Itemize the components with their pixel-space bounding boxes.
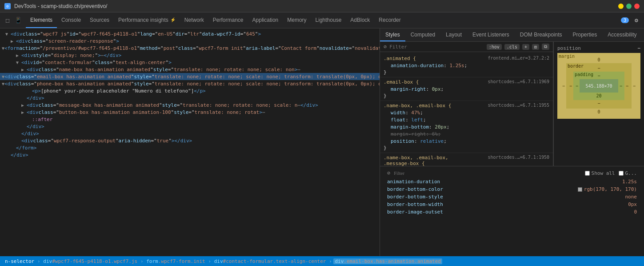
prop-name[interactable]: width (391, 109, 405, 117)
prop-name[interactable]: position (391, 138, 414, 145)
hover-btn[interactable]: :hov (487, 44, 502, 50)
breadcrumb-div-contact[interactable]: div#contact-formular.text-align-center (213, 258, 328, 264)
device-icon[interactable]: 📱 (13, 16, 23, 25)
computed-filter-input[interactable] (394, 170, 581, 176)
expand-arrow[interactable]: ▼ (16, 60, 21, 65)
computed-filter-icon: ⊘ (387, 170, 390, 176)
dom-line[interactable]: ▶ <div class="message-box has-animation … (0, 101, 380, 109)
dom-line[interactable]: ▶ <div class="name-box has-animation ani… (0, 66, 380, 73)
tab-styles[interactable]: Styles (380, 28, 405, 41)
padding-left[interactable]: − (575, 84, 579, 89)
maximize-button[interactable] (626, 4, 632, 9)
border-right[interactable]: − (625, 84, 629, 89)
dom-line[interactable]: </div> (0, 123, 380, 130)
settings-icon[interactable]: ⚙ (632, 16, 641, 25)
breadcrumb-form[interactable]: form.wpcf7-form.init (145, 258, 206, 264)
computed-prop-name: border-image-outset (387, 209, 634, 215)
tab-lighthouse[interactable]: Lighthouse (311, 12, 346, 28)
rule-selector[interactable]: .name-box, .email-box { (384, 103, 451, 109)
prop-name[interactable]: animation-duration (391, 62, 444, 69)
add-style-btn[interactable]: + (522, 44, 529, 50)
dom-line[interactable]: ▼ <div class="phone-box has-animation an… (0, 80, 380, 87)
computed-prop-row[interactable]: border-bottom-width 0px (384, 201, 640, 208)
inspect-icon[interactable]: ⬚ (3, 16, 12, 25)
tab-layout[interactable]: Layout (440, 28, 467, 41)
margin-box[interactable]: margin 0 − border − (557, 53, 640, 119)
minimize-button[interactable] (618, 4, 624, 9)
dom-tree[interactable]: ▼ <div class="wpcf7 js" id="wpcf7-f645-p… (0, 28, 380, 256)
expand-arrow[interactable]: ▶ (16, 53, 21, 58)
padding-box[interactable]: padding − − 545.188×70 (573, 72, 624, 100)
margin-bottom-outer[interactable]: 0 (562, 109, 636, 114)
expand-arrow[interactable]: ▶ (21, 110, 27, 115)
tab-accessibility[interactable]: Accessibility (602, 28, 642, 41)
rule-selector[interactable]: .name-box, .email-box,.message-box { (384, 155, 448, 166)
rule-source[interactable]: shortcodes.…=6.7.1:1955 (488, 103, 549, 109)
dom-line[interactable]: <div class="wpcf7-response-output" aria-… (0, 137, 380, 144)
dom-line[interactable]: </div> (0, 94, 380, 101)
breadcrumb-div-wpcf7[interactable]: div#wpcf7-f645-p4118-o1.wpcf7.js (42, 258, 139, 264)
styles-filter-input[interactable] (389, 44, 484, 50)
rule-source[interactable]: frontend.mi…er=3.27.2:2 (488, 56, 549, 62)
tab-adblock[interactable]: AdBlock (346, 12, 374, 28)
tab-recorder[interactable]: Recorder (374, 12, 405, 28)
tab-performance-insights[interactable]: Performance insights ⚡ (114, 12, 180, 28)
dom-line[interactable]: ▶ <div style="display: none;"> ⋯ </div> (0, 52, 380, 59)
breadcrumb-div-email[interactable]: div.email-box.has-animation.animated (333, 258, 442, 264)
rule-selector[interactable]: .animated { (384, 56, 416, 61)
rule-source[interactable]: shortcodes.…=6.7.1:1950 (488, 155, 549, 166)
dom-line-selected[interactable]: ▼ <div class="email-box has-animation an… (0, 73, 380, 80)
dom-line[interactable]: </div> (0, 151, 380, 158)
computed-prop-row[interactable]: border-bottom-style none (384, 193, 640, 201)
padding-bottom[interactable]: 20 (575, 93, 623, 98)
tab-performance[interactable]: Performance (208, 12, 248, 28)
prop-name[interactable]: margin-right (391, 131, 426, 138)
dom-line[interactable]: <p>[phone* your-phone placeholder "Numer… (0, 87, 380, 94)
toggle-btn[interactable]: ⊞ (532, 44, 539, 50)
margin-right[interactable]: − (632, 84, 636, 89)
tab-elements[interactable]: Elements (26, 12, 57, 28)
dom-line[interactable]: </div> (0, 130, 380, 137)
prop-name[interactable]: margin-right (391, 86, 426, 93)
window-controls[interactable] (618, 4, 640, 9)
dom-line[interactable]: ▶ <div class="screen-reader-response"> (0, 37, 380, 44)
tab-memory[interactable]: Memory (283, 12, 311, 28)
tab-network[interactable]: Network (180, 12, 208, 28)
dom-line[interactable]: ▼ <div id="contact-formular" class="text… (0, 59, 380, 66)
new-style-btn[interactable]: ⧉ (542, 44, 549, 50)
tab-sources[interactable]: Sources (85, 12, 114, 28)
show-all-checkbox[interactable] (585, 171, 590, 176)
border-left[interactable]: − (569, 84, 572, 89)
margin-left[interactable]: − (562, 84, 565, 89)
dom-line[interactable]: ▼ <form action="/preventivo/#wpcf7-f645-… (0, 44, 380, 52)
dom-line[interactable]: ▼ <div class="wpcf7 js" id="wpcf7-f645-p… (0, 30, 380, 37)
computed-prop-row[interactable]: animation-duration 1.25s (384, 178, 640, 185)
computed-prop-row[interactable]: border-bottom-color rgb(170, 170, 170) (384, 185, 640, 193)
expand-arrow[interactable]: ▶ (11, 39, 16, 44)
content-box[interactable]: 545.188×70 (580, 79, 618, 93)
tab-dom-breakpoints[interactable]: DOM Breakpoints (515, 28, 568, 41)
breadcrumb-n-selector[interactable]: n-selector (4, 258, 36, 264)
padding-right[interactable]: − (619, 84, 623, 89)
expand-arrow[interactable]: ▶ (21, 103, 27, 108)
dom-line[interactable]: ::after (0, 116, 380, 123)
computed-prop-row[interactable]: border-image-outset 0 (384, 208, 640, 216)
dom-line[interactable]: ▶ <div class="button-box has-animation a… (0, 109, 380, 116)
tab-computed[interactable]: Computed (405, 28, 440, 41)
border-bottom[interactable]: − (569, 101, 629, 106)
expand-arrow[interactable]: ▶ (21, 67, 27, 72)
tab-console[interactable]: Console (57, 12, 85, 28)
tab-application[interactable]: Application (248, 12, 283, 28)
rule-source[interactable]: shortcodes.…=6.7.1:1969 (488, 79, 549, 86)
close-button[interactable] (634, 4, 640, 9)
dom-line[interactable]: </form> (0, 144, 380, 151)
expand-arrow[interactable]: ▼ (5, 32, 11, 36)
group-checkbox[interactable] (619, 171, 624, 176)
prop-name[interactable]: margin-bottom (391, 124, 429, 131)
prop-name[interactable]: float (391, 117, 405, 124)
cls-btn[interactable]: .cls (504, 44, 520, 50)
border-box[interactable]: border − − padding (566, 63, 632, 109)
tab-event-listeners[interactable]: Event Listeners (467, 28, 515, 41)
tab-properties[interactable]: Properties (568, 28, 603, 41)
rule-selector[interactable]: .email-box { (384, 79, 419, 85)
